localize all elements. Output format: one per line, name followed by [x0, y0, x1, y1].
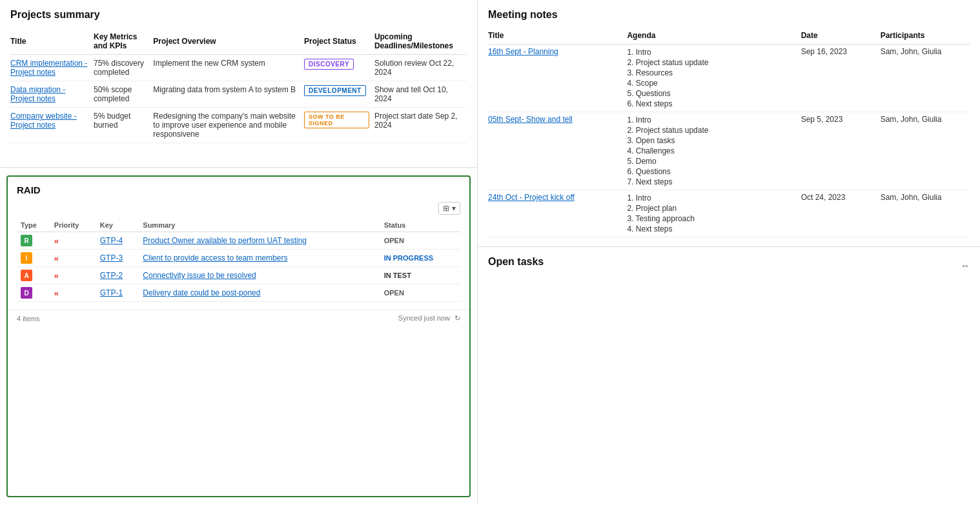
agenda-item: 4. Scope — [627, 78, 795, 88]
meeting-col-agenda: Agenda — [627, 28, 801, 45]
raid-key-link[interactable]: GTP-4 — [100, 236, 123, 245]
col-status: Project Status — [304, 28, 374, 55]
raid-priority: « — [50, 232, 96, 250]
col-title: Title — [10, 28, 94, 55]
project-title-link[interactable]: CRM implementation - Project notes — [10, 59, 87, 77]
projects-table: Title Key Metricsand KPIs Project Overvi… — [10, 28, 467, 143]
agenda-item: 3. Testing approach — [627, 213, 795, 224]
raid-status-badge: OPEN — [384, 289, 404, 297]
meeting-notes-title: Meeting notes — [488, 9, 970, 21]
project-deadline: Solution review Oct 22, 2024 — [374, 55, 467, 81]
raid-status-badge: IN TEST — [384, 272, 411, 279]
table-row: Data migration - Project notes50% scope … — [10, 81, 467, 108]
projects-summary-section: Projects summary Title Key Metricsand KP… — [0, 0, 477, 168]
raid-col-priority: Priority — [50, 219, 96, 232]
agenda-item: 2. Project plan — [627, 203, 795, 213]
agenda-item: 6. Next steps — [627, 99, 795, 109]
project-overview: Migrating data from system A to system B — [153, 81, 304, 108]
project-metrics: 5% budget burned — [94, 108, 153, 143]
meeting-title-link[interactable]: 05th Sept- Show and tell — [488, 115, 573, 124]
open-tasks-section: Open tasks ↔ — [478, 247, 980, 505]
raid-col-type: Type — [17, 219, 50, 232]
col-metrics: Key Metricsand KPIs — [94, 28, 153, 55]
priority-icon: « — [54, 271, 59, 281]
meeting-participants: Sam, John, Giulia — [881, 45, 970, 112]
table-row: I«GTP-3Client to provide access to team … — [17, 250, 460, 267]
table-row: CRM implementation - Project notes75% di… — [10, 55, 467, 81]
agenda-item: 5. Demo — [627, 156, 795, 166]
table-row: 05th Sept- Show and tell1. Intro2. Proje… — [488, 112, 970, 190]
raid-key-link[interactable]: GTP-2 — [100, 271, 123, 280]
raid-summary-link[interactable]: Product Owner available to perform UAT t… — [143, 236, 307, 245]
raid-summary-link[interactable]: Delivery date could be post-poned — [143, 288, 260, 297]
projects-summary-title: Projects summary — [10, 9, 467, 21]
meeting-notes-section: Meeting notes Title Agenda Date Particip… — [478, 0, 980, 247]
table-row: 24th Oct - Project kick off1. Intro2. Pr… — [488, 190, 970, 237]
raid-col-status: Status — [380, 219, 460, 232]
raid-sync-status: Synced just now ↻ — [398, 314, 460, 322]
project-title-link[interactable]: Data migration - Project notes — [10, 85, 65, 103]
sync-icon: ↻ — [454, 314, 460, 322]
meeting-date: Sep 5, 2023 — [801, 112, 881, 190]
agenda-item: 5. Questions — [627, 88, 795, 99]
raid-key-link[interactable]: GTP-1 — [100, 288, 123, 297]
agenda-item: 4. Challenges — [627, 146, 795, 156]
table-row: 16th Sept - Planning1. Intro2. Project s… — [488, 45, 970, 112]
project-metrics: 50% scope completed — [94, 81, 153, 108]
col-deadlines: UpcomingDeadlines/Milestones — [374, 28, 467, 55]
grid-icon: ⊞ — [443, 204, 449, 213]
raid-table: Type Priority Key Summary Status R«GTP-4… — [17, 219, 460, 302]
project-deadline: Project start date Sep 2, 2024 — [374, 108, 467, 143]
agenda-item: 1. Intro — [627, 47, 795, 57]
raid-view-button[interactable]: ⊞ ▾ — [438, 202, 460, 215]
raid-priority: « — [50, 267, 96, 284]
table-row: D«GTP-1Delivery date could be post-poned… — [17, 284, 460, 302]
meeting-participants: Sam, John, Giulia — [881, 112, 970, 190]
raid-summary-link[interactable]: Connectivity issue to be resolved — [143, 271, 256, 280]
raid-col-key: Key — [96, 219, 139, 232]
agenda-item: 7. Next steps — [627, 177, 795, 187]
agenda-item: 2. Project status update — [627, 57, 795, 68]
table-row: Company website - Project notes5% budget… — [10, 108, 467, 143]
project-status-badge: DEVELOPMENT — [304, 85, 366, 96]
agenda-item: 1. Intro — [627, 115, 795, 125]
agenda-item: 3. Resources — [627, 68, 795, 78]
meeting-col-participants: Participants — [881, 28, 970, 45]
col-overview: Project Overview — [153, 28, 304, 55]
raid-section: RAID ⊞ ▾ Type Priority Key Summary — [6, 175, 471, 497]
raid-type-icon: I — [21, 252, 32, 264]
raid-type-icon: D — [21, 287, 32, 299]
meeting-date: Oct 24, 2023 — [801, 190, 881, 237]
raid-title: RAID — [17, 184, 460, 195]
raid-status-badge: IN PROGRESS — [384, 254, 433, 262]
meeting-date: Sep 16, 2023 — [801, 45, 881, 112]
raid-col-summary: Summary — [139, 219, 380, 232]
raid-footer: 4 items Synced just now ↻ — [8, 310, 469, 326]
meeting-title-link[interactable]: 16th Sept - Planning — [488, 47, 558, 56]
agenda-item: 2. Project status update — [627, 125, 795, 135]
meeting-title-link[interactable]: 24th Oct - Project kick off — [488, 193, 575, 202]
meeting-col-date: Date — [801, 28, 881, 45]
priority-icon: « — [54, 236, 59, 246]
view-dropdown-arrow: ▾ — [452, 204, 456, 213]
raid-key-link[interactable]: GTP-3 — [100, 253, 123, 262]
agenda-item: 6. Questions — [627, 166, 795, 177]
raid-summary-link[interactable]: Client to provide access to team members — [143, 253, 287, 262]
raid-controls: ⊞ ▾ — [17, 202, 460, 215]
raid-type-icon: A — [21, 270, 32, 281]
meeting-col-title: Title — [488, 28, 627, 45]
open-tasks-title: Open tasks — [488, 256, 544, 268]
raid-item-count: 4 items — [17, 315, 39, 322]
project-deadline: Show and tell Oct 10, 2024 — [374, 81, 467, 108]
project-overview: Redesigning the company's main website t… — [153, 108, 304, 143]
raid-priority: « — [50, 250, 96, 267]
table-row: R«GTP-4Product Owner available to perfor… — [17, 232, 460, 250]
priority-icon: « — [54, 253, 59, 263]
expand-icon[interactable]: ↔ — [961, 261, 970, 271]
project-status-badge: SOW TO BE SIGNED — [304, 112, 369, 128]
meeting-notes-table: Title Agenda Date Participants 16th Sept… — [488, 28, 970, 237]
project-title-link[interactable]: Company website - Project notes — [10, 112, 77, 130]
raid-priority: « — [50, 284, 96, 302]
raid-type-icon: R — [21, 235, 32, 246]
project-metrics: 75% discovery completed — [94, 55, 153, 81]
